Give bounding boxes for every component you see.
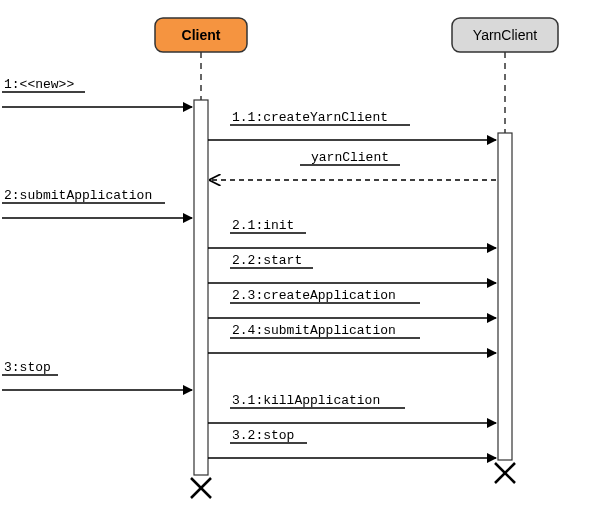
destroy-yarnclient-icon	[495, 463, 515, 483]
svg-text:3.1:killApplication: 3.1:killApplication	[232, 393, 380, 408]
message-3-2-stop: 3.2:stop	[208, 428, 496, 458]
svg-text:2.1:init: 2.1:init	[232, 218, 294, 233]
message-2-submitapplication: 2:submitApplication	[2, 188, 192, 218]
destroy-client-icon	[191, 478, 211, 498]
participant-yarnclient-label: YarnClient	[473, 27, 537, 43]
svg-text:1.1:createYarnClient: 1.1:createYarnClient	[232, 110, 388, 125]
return-yarnclient: yarnClient	[210, 150, 496, 180]
sequence-diagram: Client YarnClient 1:<<new>> 1.1:createYa…	[0, 0, 594, 521]
message-2-4-submitapplication: 2.4:submitApplication	[208, 323, 496, 353]
message-2-3-createapplication: 2.3:createApplication	[208, 288, 496, 318]
message-2-1-init: 2.1:init	[208, 218, 496, 248]
svg-text:1:<<new>>: 1:<<new>>	[4, 77, 74, 92]
activation-yarnclient	[498, 133, 512, 460]
message-1-new: 1:<<new>>	[2, 77, 192, 107]
svg-text:2:submitApplication: 2:submitApplication	[4, 188, 152, 203]
message-1-1-createyarnclient: 1.1:createYarnClient	[208, 110, 496, 140]
message-3-1-killapplication: 3.1:killApplication	[208, 393, 496, 423]
svg-text:3:stop: 3:stop	[4, 360, 51, 375]
participant-client-label: Client	[182, 27, 221, 43]
svg-text:3.2:stop: 3.2:stop	[232, 428, 294, 443]
svg-text:2.3:createApplication: 2.3:createApplication	[232, 288, 396, 303]
svg-text:2.4:submitApplication: 2.4:submitApplication	[232, 323, 396, 338]
svg-text:yarnClient: yarnClient	[311, 150, 389, 165]
message-2-2-start: 2.2:start	[208, 253, 496, 283]
svg-text:2.2:start: 2.2:start	[232, 253, 302, 268]
activation-client	[194, 100, 208, 475]
message-3-stop: 3:stop	[2, 360, 192, 390]
